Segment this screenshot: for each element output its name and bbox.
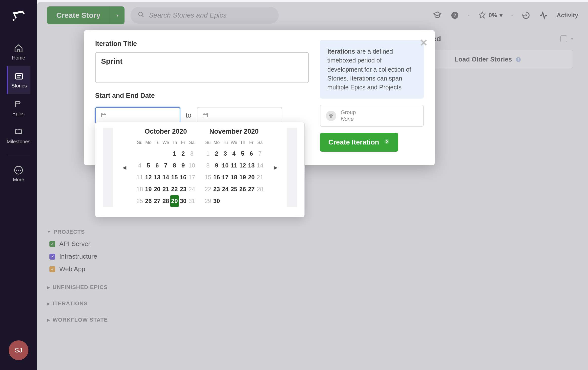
calendar-day[interactable]: 12	[144, 171, 153, 183]
calendar-day[interactable]: 7	[256, 148, 264, 160]
calendar-month-left: October 2020SuMoTuWeThFrSa12345678910111…	[135, 128, 196, 207]
calendar-day[interactable]: 20	[153, 183, 161, 195]
create-iteration-button[interactable]: Create Iteration	[320, 133, 398, 152]
svg-point-22	[329, 114, 331, 115]
calendar-day[interactable]: 23	[179, 183, 188, 195]
calendar-day	[238, 195, 247, 207]
calendar-day[interactable]: 29	[204, 195, 212, 207]
app-logo[interactable]	[11, 7, 27, 23]
calendar-day[interactable]: 22	[170, 183, 179, 195]
svg-rect-18	[203, 113, 208, 117]
calendar-day[interactable]: 27	[247, 183, 256, 195]
close-icon[interactable]: ✕	[420, 37, 428, 48]
calendar-day[interactable]: 12	[238, 160, 247, 171]
calendar-day[interactable]: 14	[256, 160, 264, 171]
calendar-day[interactable]: 25	[230, 183, 238, 195]
calendar-day[interactable]: 5	[238, 148, 247, 160]
calendar-day[interactable]: 24	[221, 183, 230, 195]
svg-rect-14	[102, 113, 106, 117]
calendar-day[interactable]: 3	[221, 148, 230, 160]
calendar-day[interactable]: 7	[161, 160, 170, 171]
calendar-day[interactable]: 24	[188, 183, 196, 195]
calendar-day[interactable]: 15	[204, 171, 212, 183]
calendar-day[interactable]: 19	[144, 183, 153, 195]
calendar-month-right: November 2020SuMoTuWeThFrSa1234567891011…	[204, 128, 264, 207]
end-date-input[interactable]	[197, 107, 282, 124]
prev-month-button[interactable]: ◀	[121, 150, 128, 185]
sidebar-item-home[interactable]: Home	[7, 38, 30, 66]
calendar-day[interactable]: 21	[161, 183, 170, 195]
start-date-input[interactable]	[95, 107, 180, 124]
calendar-day[interactable]: 15	[170, 171, 179, 183]
calendar-day[interactable]: 27	[153, 195, 161, 207]
calendar-day[interactable]: 31	[188, 195, 196, 207]
calendar-day[interactable]: 30	[212, 195, 221, 207]
calendar-day[interactable]: 16	[212, 171, 221, 183]
calendar-day[interactable]: 28	[161, 195, 170, 207]
group-icon	[326, 111, 336, 121]
calendar-day[interactable]: 18	[135, 183, 144, 195]
group-selector[interactable]: Group None	[320, 105, 424, 127]
calendar-day[interactable]: 17	[188, 171, 196, 183]
next-month-button[interactable]: ▶	[272, 150, 279, 185]
calendar-icon	[202, 112, 208, 119]
calendar-day[interactable]: 2	[212, 148, 221, 160]
month-title: October 2020	[135, 128, 196, 135]
calendar-day[interactable]: 21	[256, 171, 264, 183]
calendar-day[interactable]: 30	[179, 195, 188, 207]
calendar-day[interactable]: 2	[179, 148, 188, 160]
calendar-day[interactable]: 9	[212, 160, 221, 171]
calendar-day[interactable]: 13	[153, 171, 161, 183]
calendar-day[interactable]: 20	[247, 171, 256, 183]
calendar-day[interactable]: 18	[230, 171, 238, 183]
sidebar-item-epics[interactable]: Epics	[7, 94, 30, 122]
calendar-day[interactable]: 8	[170, 160, 179, 171]
calendar-day[interactable]: 6	[247, 148, 256, 160]
calendar-day[interactable]: 1	[170, 148, 179, 160]
calendar-day[interactable]: 3	[188, 148, 196, 160]
day-of-week: Mo	[144, 139, 153, 148]
sidebar-item-milestones[interactable]: Milestones	[7, 122, 30, 150]
calendar-day[interactable]: 28	[256, 183, 264, 195]
calendar-day[interactable]: 4	[230, 148, 238, 160]
calendar-day[interactable]: 22	[204, 183, 212, 195]
user-avatar[interactable]: SJ	[9, 340, 28, 360]
calendar-day[interactable]: 16	[179, 171, 188, 183]
calendar-day[interactable]: 13	[247, 160, 256, 171]
svg-point-23	[331, 114, 333, 115]
calendar-day[interactable]: 14	[161, 171, 170, 183]
sidebar-item-stories[interactable]: Stories	[7, 66, 30, 94]
calendar-day[interactable]: 10	[188, 160, 196, 171]
calendar-day[interactable]: 5	[144, 160, 153, 171]
calendar-day[interactable]: 11	[135, 171, 144, 183]
calendar-day[interactable]: 8	[204, 160, 212, 171]
calendar-icon	[101, 112, 107, 119]
calendar-day[interactable]: 4	[135, 160, 144, 171]
sidebar: HomeStoriesEpicsMilestones More SJ	[0, 0, 37, 370]
iteration-title-label: Iteration Title	[95, 40, 309, 48]
create-iteration-modal: ✕ Iteration Title Start and End Date to	[84, 30, 435, 165]
calendar-day[interactable]: 29	[170, 195, 179, 207]
sidebar-item-more[interactable]: More	[0, 160, 37, 188]
day-of-week: Sa	[256, 139, 264, 148]
day-of-week: Fr	[247, 139, 256, 148]
date-to-label: to	[186, 112, 191, 119]
day-of-week: We	[161, 139, 170, 148]
nav-label: Stories	[11, 83, 27, 89]
calendar-day[interactable]: 1	[204, 148, 212, 160]
calendar-day[interactable]: 6	[153, 160, 161, 171]
calendar-day[interactable]: 9	[179, 160, 188, 171]
calendar-day[interactable]: 26	[238, 183, 247, 195]
calendar-day[interactable]: 19	[238, 171, 247, 183]
calendar-day[interactable]: 11	[230, 160, 238, 171]
svg-point-6	[18, 170, 19, 171]
calendar-day[interactable]: 23	[212, 183, 221, 195]
calendar-day[interactable]: 25	[135, 195, 144, 207]
nav-label: More	[13, 177, 24, 183]
calendar-day[interactable]: 17	[221, 171, 230, 183]
calendar-day[interactable]: 10	[221, 160, 230, 171]
iteration-title-input[interactable]	[95, 52, 309, 83]
day-of-week: Th	[238, 139, 247, 148]
calendar-day[interactable]: 26	[144, 195, 153, 207]
svg-point-7	[20, 170, 21, 171]
